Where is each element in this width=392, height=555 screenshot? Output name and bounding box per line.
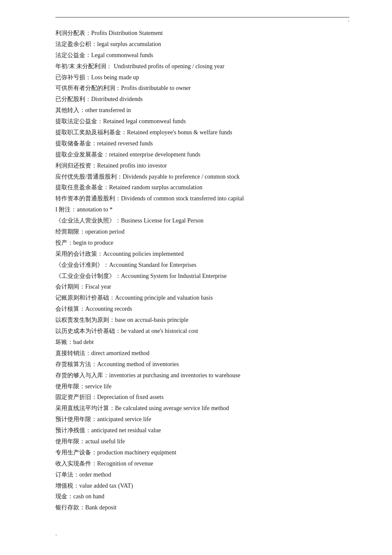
list-item: 会计核算：Accounting records [55, 304, 349, 315]
list-item: 已弥补亏损：Loss being made up [55, 72, 349, 83]
list-item: 提取企业发展基金：retained enterprise development… [55, 149, 349, 160]
list-item: 法定公益金：Legal commonweal funds [55, 50, 349, 61]
list-item: 坏账：bad debt [55, 337, 349, 348]
list-item: 现金：cash on hand [55, 491, 349, 502]
list-item: 提取任意盈余基金：Retained random surplus accumul… [55, 182, 349, 193]
list-item: 提取职工奖励及福利基金：Retained employee's bonus & … [55, 127, 349, 138]
list-item: 投产：begin to produce [55, 237, 349, 249]
list-item: 转作资本的普通股股利：Dividends of common stock tra… [55, 193, 349, 204]
list-item: 收入实现条件：Recognition of revenue [55, 458, 349, 469]
list-item: 使用年限：actual useful life [55, 436, 349, 447]
list-item: 年初/末 未分配利润： Undistributed profits of ope… [55, 61, 349, 72]
list-item: 会计期间：Fiscal year [55, 281, 349, 292]
list-item: 订单法：order method [55, 469, 349, 480]
list-item: 直接转销法：direct amortized method [55, 348, 349, 359]
page-container: . 利润分配表：Profits Distribution Statement法定… [0, 0, 392, 555]
list-item: 应付优先股/普通股股利：Dividends payable to prefere… [55, 171, 349, 182]
list-item: 固定资产折旧：Depreciation of fixed assets [55, 392, 349, 403]
list-item: 专用生产设备：production machinery equipment [55, 447, 349, 458]
list-item: 银行存款：Bank deposit [55, 502, 349, 513]
list-item: 采用的会计政策：Accounting policies implemented [55, 249, 349, 260]
list-item: 可供所有者分配的利润：Profits distributable to owne… [55, 83, 349, 94]
list-item: 法定盈余公积：legal surplus accumulation [55, 39, 349, 50]
list-item: 增值税：value added tax (VAT) [55, 480, 349, 491]
list-item: 以历史成本为计价基础：be valued at one's historical… [55, 326, 349, 337]
top-rule [55, 17, 349, 17]
list-item: 《企业会计准则》：Accounting Standard for Enterpr… [55, 260, 349, 271]
list-item: 《企业法人营业执照》：Business License for Legal Pe… [55, 215, 349, 226]
list-item: 记账原则和计价基础：Accounting principle and valua… [55, 292, 349, 304]
list-item: 其他转入：other transferred in [55, 105, 349, 116]
list-item: 提取法定公益金：Retained legal commonweal funds [55, 116, 349, 127]
list-item: 已分配股利：Distributed dividends [55, 94, 349, 105]
list-item: I 附注：annotation to * [55, 204, 349, 215]
list-item: 利润分配表：Profits Distribution Statement [55, 28, 349, 39]
list-item: 提取储备基金：retained reversed funds [55, 138, 349, 149]
list-item: 预计使用年限：anticipated service life [55, 414, 349, 425]
list-item: 使用年限：service life [55, 381, 349, 392]
content-list: 利润分配表：Profits Distribution Statement法定盈余… [55, 28, 349, 513]
list-item: 采用直线法平均计算：Be calculated using average se… [55, 403, 349, 414]
list-item: 《工业企业会计制度》：Accounting System for Industr… [55, 271, 349, 282]
list-item: 利润归还投资：Retained profits into investor [55, 160, 349, 171]
top-dot: . [348, 16, 350, 23]
list-item: 存货的够入与入库：inventories at purchasing and i… [55, 370, 349, 381]
list-item: 预计净残值：anticipated net residual value [55, 425, 349, 436]
bottom-dot: . [55, 530, 349, 537]
list-item: 经营期限：operation period [55, 226, 349, 237]
list-item: 以权责发生制为原则：base on accrual-basis principl… [55, 315, 349, 326]
list-item: 存货核算方法：Accounting method of inventories [55, 359, 349, 370]
